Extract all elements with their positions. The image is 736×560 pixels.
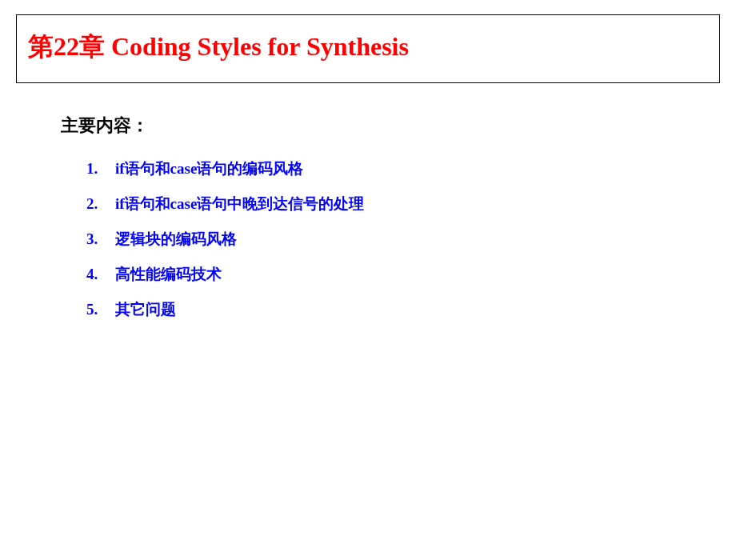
list-number: 2. xyxy=(86,195,115,213)
list-text: 高性能编码技术 xyxy=(115,264,222,285)
page-title: 第22章 Coding Styles for Synthesis xyxy=(28,30,708,65)
list-text: if语句和case语句的编码风格 xyxy=(115,158,303,179)
list-text: 逻辑块的编码风格 xyxy=(115,229,237,250)
list-item: 2. if语句和case语句中晚到达信号的处理 xyxy=(86,194,720,214)
list-number: 4. xyxy=(86,266,115,283)
content-list: 1. if语句和case语句的编码风格 2. if语句和case语句中晚到达信号… xyxy=(61,158,720,320)
list-item: 4. 高性能编码技术 xyxy=(86,264,720,285)
list-item: 3. 逻辑块的编码风格 xyxy=(86,229,720,250)
list-item: 1. if语句和case语句的编码风格 xyxy=(86,158,720,179)
list-text: if语句和case语句中晚到达信号的处理 xyxy=(115,194,364,214)
list-text: 其它问题 xyxy=(115,299,176,320)
list-number: 1. xyxy=(86,160,115,178)
content-area: 主要内容： 1. if语句和case语句的编码风格 2. if语句和case语句… xyxy=(16,114,720,320)
list-number: 3. xyxy=(86,230,115,248)
title-box: 第22章 Coding Styles for Synthesis xyxy=(16,14,720,83)
subtitle: 主要内容： xyxy=(61,114,720,138)
list-number: 5. xyxy=(86,301,115,318)
list-item: 5. 其它问题 xyxy=(86,299,720,320)
